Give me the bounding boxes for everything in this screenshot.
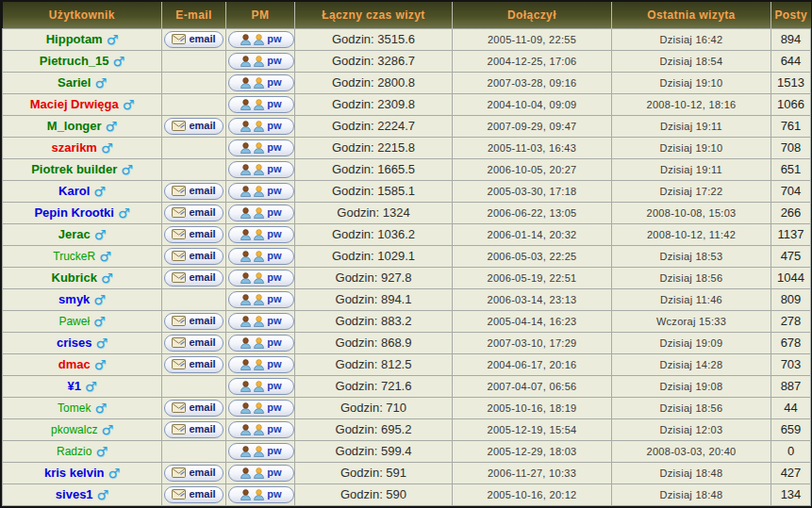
email-button[interactable]: email	[164, 335, 223, 352]
username-cell: pkowalcz♂	[3, 418, 162, 440]
email-button[interactable]: email	[164, 183, 223, 200]
pm-button[interactable]: pw	[228, 270, 294, 287]
column-header-email[interactable]: E-mail	[162, 2, 226, 28]
email-button[interactable]: email	[164, 226, 223, 243]
username-link[interactable]: Pietruch_15	[40, 54, 109, 68]
column-header-total-time[interactable]: Łączny czas wizyt	[295, 2, 453, 28]
envelope-icon	[172, 121, 186, 131]
username-link[interactable]: kris kelvin	[44, 466, 105, 480]
pm-button[interactable]: pw	[228, 291, 294, 308]
pm-button[interactable]: pw	[228, 139, 294, 156]
user-blonde-icon	[254, 402, 264, 414]
username-link[interactable]: smyk	[58, 292, 90, 306]
username-link[interactable]: sives1	[56, 487, 93, 501]
pm-button[interactable]: pw	[228, 400, 294, 417]
column-header-username[interactable]: Użytkownik	[3, 2, 162, 28]
email-button[interactable]: email	[164, 205, 223, 221]
username-link[interactable]: dmac	[58, 357, 91, 371]
pm-button[interactable]: pw	[228, 205, 294, 221]
user-blonde-icon	[254, 272, 264, 284]
email-button[interactable]: email	[164, 270, 223, 287]
pm-button[interactable]: pw	[228, 356, 294, 373]
pm-cell: pw	[226, 202, 295, 223]
username-link[interactable]: pkowalcz	[51, 423, 97, 436]
posts-cell: 1513	[771, 72, 811, 93]
pm-cell: pw	[226, 332, 295, 353]
username-link[interactable]: Karol	[58, 184, 90, 198]
email-button[interactable]: email	[164, 31, 223, 48]
envelope-icon	[172, 207, 186, 218]
pm-button[interactable]: pw	[228, 183, 294, 200]
username-link[interactable]: szarikm	[52, 140, 97, 155]
pm-button[interactable]: pw	[228, 96, 294, 113]
username-cell: Piotrek builder♂	[3, 158, 162, 180]
email-button[interactable]: email	[164, 400, 223, 417]
username-link[interactable]: ¥1	[67, 379, 80, 393]
username-link[interactable]: M_longer	[47, 119, 102, 133]
column-header-joined[interactable]: Dołączył	[453, 2, 612, 28]
pm-button[interactable]: pw	[228, 486, 294, 503]
posts-cell: 708	[771, 137, 811, 158]
username-link[interactable]: Jerac	[58, 227, 91, 241]
username-link[interactable]: Kubrick	[52, 270, 97, 285]
pm-button[interactable]: pw	[228, 443, 294, 460]
pm-button-label: pw	[267, 272, 281, 283]
member-list-frame: Użytkownik E-mail PM Łączny czas wizyt D…	[2, 2, 810, 505]
email-button[interactable]: email	[164, 465, 223, 482]
pm-button[interactable]: pw	[228, 421, 294, 438]
email-button[interactable]: email	[164, 421, 223, 438]
male-gender-icon: ♂	[118, 205, 130, 221]
email-button[interactable]: email	[164, 356, 223, 373]
email-button[interactable]: email	[164, 486, 223, 503]
username-cell: Tomek♂	[3, 397, 162, 418]
email-button-label: email	[189, 34, 215, 44]
table-row: smyk♂ pw Godzin: 894.1 2006-03-14, 23:13…	[3, 288, 811, 310]
pm-button[interactable]: pw	[228, 118, 294, 135]
last-visit-cell: Dzisiaj 18:56	[612, 397, 771, 418]
member-rows: Hippotam♂ email	[3, 28, 811, 505]
username-link[interactable]: Sariel	[58, 75, 91, 90]
username-link[interactable]: crises	[57, 336, 92, 350]
username-link[interactable]: Piotrek builder	[31, 162, 117, 176]
email-cell	[162, 288, 226, 310]
pm-button[interactable]: pw	[228, 378, 294, 395]
email-cell: email	[162, 115, 226, 137]
pm-button[interactable]: pw	[228, 161, 294, 178]
username-link[interactable]: Maciej Drwięga	[30, 97, 119, 111]
pm-button[interactable]: pw	[228, 465, 294, 482]
pm-button[interactable]: pw	[228, 248, 294, 265]
column-header-last-visit[interactable]: Ostatnia wizyta	[612, 2, 771, 28]
table-row: Pietruch_15♂ pw Godzin: 3286.7 2004-12-2…	[3, 50, 811, 72]
email-button[interactable]: email	[164, 313, 223, 330]
username-link[interactable]: Hippotam	[46, 32, 103, 46]
pm-button[interactable]: pw	[228, 313, 294, 330]
last-visit-cell: Dzisiaj 19:10	[612, 72, 771, 93]
username-link[interactable]: Paweł	[58, 315, 90, 328]
column-header-posts[interactable]: Posty	[771, 2, 811, 28]
table-row: Paweł♂ email	[3, 310, 811, 332]
posts-cell: 703	[771, 353, 811, 375]
email-button[interactable]: email	[164, 248, 223, 265]
pm-button[interactable]: pw	[228, 31, 294, 48]
email-button[interactable]: email	[164, 118, 223, 135]
username-link[interactable]: Radzio	[57, 445, 91, 458]
total-time-cell: Godzin: 1029.1	[295, 245, 453, 267]
pm-button[interactable]: pw	[228, 335, 294, 352]
column-header-pm[interactable]: PM	[226, 2, 295, 28]
envelope-icon	[172, 229, 186, 239]
total-time-cell: Godzin: 591	[295, 462, 453, 483]
username-cell: Pietruch_15♂	[3, 50, 162, 72]
pm-button[interactable]: pw	[228, 74, 294, 91]
email-cell	[162, 137, 226, 158]
pm-button[interactable]: pw	[228, 226, 294, 243]
user-blonde-icon	[254, 34, 264, 45]
username-link[interactable]: TruckeR	[53, 250, 95, 263]
username-link[interactable]: Pepin Krootki	[34, 205, 114, 220]
username-link[interactable]: Tomek	[58, 401, 91, 415]
posts-cell: 887	[771, 375, 811, 397]
pm-button[interactable]: pw	[228, 53, 294, 70]
pm-cell: pw	[226, 353, 295, 375]
table-row: ¥1♂ pw Godzin: 721.6 2007-04-07, 06:56 D…	[3, 375, 811, 397]
pm-button-label: pw	[267, 316, 281, 326]
email-button-label: email	[189, 337, 215, 348]
